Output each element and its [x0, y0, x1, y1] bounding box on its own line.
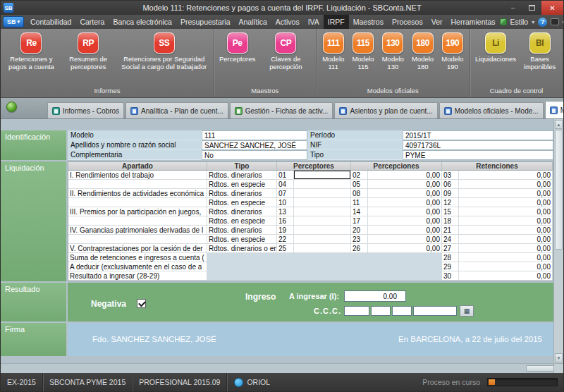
cell-percepciones[interactable]: 0,00	[368, 189, 442, 198]
menu-item[interactable]: Herramientas	[446, 15, 499, 29]
cell-perceptores[interactable]	[294, 271, 351, 281]
cell-percepciones[interactable]	[368, 253, 442, 262]
field-value[interactable]: No	[202, 150, 307, 160]
cell-retenciones[interactable]: 0,00	[459, 216, 553, 226]
cell-percepciones[interactable]: 0,00	[368, 198, 442, 207]
menu-item[interactable]: Maestros	[349, 15, 388, 29]
cell-percepciones[interactable]: 0,00	[368, 235, 442, 244]
ribbon-button-label: Modelo 115	[350, 56, 376, 71]
menu-item[interactable]: Ver	[427, 15, 447, 29]
document-tab[interactable]: Asientos y plan de cuent...	[334, 102, 437, 118]
field-value[interactable]: 40971736L	[403, 140, 553, 150]
cell-retenciones[interactable]: 0,00	[459, 244, 553, 253]
menu-item[interactable]: Contabilidad	[26, 15, 75, 29]
document-tab[interactable]: Gestión - Fichas de activ...	[230, 102, 333, 118]
ribbon-button[interactable]: SS Retenciones por Seguridad Social a ca…	[117, 32, 212, 71]
cell-retenciones[interactable]: 0,00	[459, 262, 553, 271]
menu-item[interactable]: Cartera	[75, 15, 109, 29]
cell-perceptores[interactable]	[294, 198, 351, 207]
ribbon-button[interactable]: Re Retenciones y pagos a cuenta	[3, 32, 60, 71]
ribbon-button[interactable]: RP Resumen de perceptores	[60, 32, 117, 71]
cell-retenciones[interactable]: 0,00	[459, 207, 553, 216]
field-value[interactable]: PYME	[403, 150, 553, 160]
horizontal-scrollbar[interactable]	[1, 363, 563, 373]
cell-retenciones[interactable]: 0,00	[459, 171, 553, 180]
chevron-down-icon: ▾	[18, 19, 20, 25]
ribbon-button[interactable]: Li Liquidaciones	[472, 32, 519, 64]
cell-percepciones[interactable]: 0,00	[368, 207, 442, 216]
scroll-up-icon[interactable]: ▲	[555, 120, 563, 129]
sb-menu-button[interactable]: SB ▾	[3, 16, 24, 27]
close-button[interactable]: ✕	[541, 1, 563, 15]
ribbon-button[interactable]: 180 Modelo 180	[407, 32, 437, 71]
cell-percepciones[interactable]	[368, 271, 442, 281]
ccc-input-3[interactable]	[392, 306, 412, 316]
cell-perceptores[interactable]	[294, 207, 351, 216]
menu-item[interactable]: Activos	[271, 15, 304, 29]
minimize-button[interactable]: –	[503, 1, 522, 15]
negativa-checkbox[interactable]	[137, 299, 146, 308]
horizontal-scrollbar-thumb[interactable]	[526, 365, 557, 372]
cell-perceptores[interactable]	[294, 189, 351, 198]
chevron-down-icon[interactable]: ▾	[532, 19, 534, 25]
ribbon-button[interactable]: 115 Modelo 115	[348, 32, 378, 71]
scroll-down-icon[interactable]: ▼	[555, 353, 563, 362]
cell-perceptores[interactable]	[294, 216, 351, 226]
cell-percepciones[interactable]: 0,00	[368, 171, 442, 180]
cell-tipo: Rdtos. dinerarios o en e	[207, 244, 277, 253]
cell-retenciones[interactable]: 0,00	[459, 180, 553, 189]
menu-item[interactable]: Procesos	[388, 15, 427, 29]
cell-retenciones[interactable]: 0,00	[459, 189, 553, 198]
cell-perceptores[interactable]	[294, 235, 351, 244]
navigation-orb-icon[interactable]	[6, 102, 17, 112]
maximize-button[interactable]	[522, 1, 541, 15]
ccc-input-4[interactable]	[413, 306, 457, 316]
window-icon[interactable]	[551, 18, 559, 25]
cell-retenciones[interactable]: 0,00	[459, 253, 553, 262]
cell-retenciones[interactable]: 0,00	[459, 271, 553, 281]
cell-percepciones[interactable]: 0,00	[368, 216, 442, 226]
ribbon-button[interactable]: CP Claves de percepción	[258, 32, 313, 71]
ribbon-button[interactable]: BI Bases imponibles	[519, 32, 560, 71]
liquidation-rows: I. Rendimientos del trabajo Rdtos. diner…	[68, 171, 553, 281]
ribbon-button[interactable]: Pe Perceptores	[216, 32, 258, 64]
menu-item[interactable]: Presupuestaria	[176, 15, 235, 29]
ccc-input-1[interactable]	[344, 306, 369, 316]
document-tab[interactable]: Modelos oficiales - Mode...	[439, 102, 544, 118]
vertical-scrollbar-thumb[interactable]	[555, 130, 563, 250]
document-tab[interactable]: Informes - Cobros	[47, 102, 124, 118]
ribbon-button[interactable]: 130 Modelo 130	[378, 32, 407, 71]
field-value[interactable]: 111	[202, 130, 307, 140]
cell-retenciones[interactable]: 0,00	[459, 235, 553, 244]
cell-perceptores[interactable]	[294, 262, 351, 271]
menu-item[interactable]: Analítica	[235, 15, 271, 29]
cell-retenciones[interactable]: 0,00	[459, 226, 553, 235]
cell-percepciones[interactable]: 0,00	[368, 180, 442, 189]
estilo-button[interactable]: Estilo	[510, 18, 529, 26]
menu-item[interactable]: IRPF	[324, 15, 349, 29]
ccc-lookup-button[interactable]: ▦	[460, 305, 474, 317]
cell-percepciones[interactable]	[368, 262, 442, 271]
cell-percepciones[interactable]: 0,00	[368, 226, 442, 235]
cell-perceptores[interactable]	[294, 226, 351, 235]
field-value[interactable]: SANCHEZ SANCHEZ, JOSÉ	[202, 140, 307, 150]
help-icon[interactable]: ?	[538, 18, 547, 27]
cell-perceptores[interactable]	[294, 253, 351, 262]
cell-percepciones[interactable]: 0,00	[368, 244, 442, 253]
vertical-scrollbar[interactable]: ▲ ▼	[553, 119, 563, 363]
cell-box-number: 08	[351, 189, 368, 198]
document-tab[interactable]: Analítica - Plan de cuent...	[125, 102, 228, 118]
cell-perceptores[interactable]	[294, 180, 351, 189]
ribbon-button[interactable]: 190 Modelo 190	[438, 32, 467, 71]
document-tab[interactable]: Modelos oficiales - Mo...	[545, 101, 564, 118]
ribbon-button-icon: 111	[323, 32, 344, 54]
cell-perceptores[interactable]	[294, 171, 351, 180]
ribbon-button[interactable]: 111 Modelo 111	[319, 32, 348, 71]
ccc-input-2[interactable]	[371, 306, 391, 316]
menu-item[interactable]: Banca electrónica	[109, 15, 176, 29]
cell-retenciones[interactable]: 0,00	[459, 198, 553, 207]
field-value[interactable]: 2015/1T	[403, 130, 553, 140]
a-ingresar-input[interactable]: 0.00	[344, 290, 406, 302]
menu-item[interactable]: IVA	[304, 15, 324, 29]
cell-perceptores[interactable]	[294, 244, 351, 253]
